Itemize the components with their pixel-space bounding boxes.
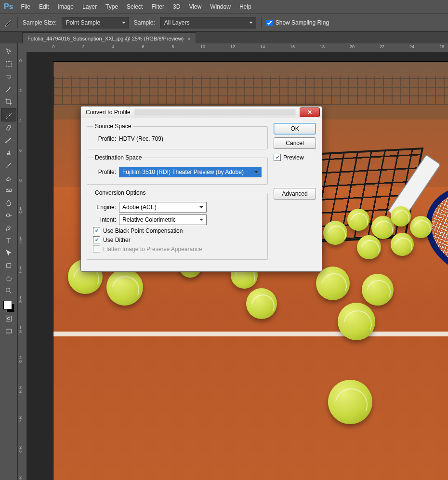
eyedropper-tool[interactable]	[1, 108, 16, 121]
tools-panel	[0, 43, 18, 480]
dialog-title-text: Convert to Profile	[86, 109, 131, 116]
lasso-tool[interactable]	[1, 70, 16, 83]
check-icon	[93, 227, 100, 234]
show-sampling-ring-input[interactable]	[266, 20, 273, 26]
svg-rect-0	[6, 62, 12, 67]
options-bar: Sample Size: Point Sample Sample: All La…	[0, 13, 448, 32]
screen-mode-tool[interactable]	[1, 325, 16, 337]
eraser-tool[interactable]	[1, 172, 16, 184]
engine-dropdown[interactable]: Adobe (ACE)	[119, 202, 207, 213]
menu-window[interactable]: Window	[206, 1, 235, 12]
gradient-tool[interactable]	[1, 184, 16, 197]
preview-label: Preview	[283, 154, 304, 161]
svg-point-5	[6, 288, 10, 292]
svg-rect-8	[6, 329, 12, 333]
destination-profile-dropdown[interactable]: Fujifilm 3510 (RDI) Theater Preview (by …	[119, 167, 262, 177]
source-space-group: Source Space Profile: HDTV (Rec. 709)	[87, 123, 268, 149]
engine-label: Engine:	[93, 204, 116, 211]
separator	[261, 17, 262, 28]
dodge-tool[interactable]	[1, 209, 16, 222]
convert-to-profile-dialog: Convert to Profile ✕ Source Space Profil…	[80, 106, 322, 272]
dither-checkbox[interactable]: Use Dither	[93, 236, 262, 243]
destination-profile-value: Fujifilm 3510 (RDI) Theater Preview (by …	[122, 169, 244, 175]
menu-image[interactable]: Image	[54, 1, 78, 12]
vertical-ruler: 0246810121416182022242628	[18, 43, 27, 480]
hand-tool[interactable]	[1, 272, 16, 284]
sample-size-label: Sample Size:	[23, 19, 57, 26]
zoom-tool[interactable]	[1, 284, 16, 297]
menu-file[interactable]: File	[17, 1, 34, 12]
marquee-tool[interactable]	[1, 58, 16, 70]
move-tool[interactable]	[1, 45, 16, 58]
conversion-options-group: Conversion Options Engine: Adobe (ACE) I…	[87, 189, 268, 260]
quick-mask-tool[interactable]	[1, 312, 16, 325]
sample-dropdown[interactable]: All Layers	[160, 17, 256, 28]
svg-point-7	[7, 317, 10, 320]
shape-tool[interactable]	[1, 259, 16, 272]
healing-tool[interactable]	[1, 121, 16, 134]
blur-tool[interactable]	[1, 197, 16, 209]
document-tab-title: Fotolia_44794016_Subscription_XXL.jpg @ …	[27, 36, 184, 41]
dialog-titlebar[interactable]: Convert to Profile ✕	[81, 107, 322, 118]
svg-rect-4	[6, 263, 11, 267]
menu-bar: Ps File Edit Image Layer Type Select Fil…	[0, 0, 448, 13]
destination-space-group: Destination Space Profile: Fujifilm 3510…	[87, 154, 268, 185]
preview-checkbox[interactable]: Preview	[274, 154, 316, 161]
destination-space-legend: Destination Space	[93, 154, 144, 161]
svg-rect-1	[6, 125, 11, 131]
sample-value: All Layers	[164, 19, 190, 26]
intent-dropdown[interactable]: Relative Colorimetric	[119, 214, 207, 225]
pen-tool[interactable]	[1, 222, 16, 234]
app-logo: Ps	[4, 2, 13, 11]
svg-point-3	[6, 214, 10, 217]
advanced-button[interactable]: Advanced	[274, 188, 316, 200]
magic-wand-tool[interactable]	[1, 83, 16, 95]
sample-label: Sample:	[134, 19, 155, 26]
menu-help[interactable]: Help	[236, 1, 255, 12]
check-icon	[274, 154, 281, 161]
menu-layer[interactable]: Layer	[79, 1, 101, 12]
separator	[17, 17, 18, 28]
black-point-label: Use Black Point Compensation	[103, 227, 183, 234]
sample-size-value: Point Sample	[66, 19, 100, 26]
menu-select[interactable]: Select	[123, 1, 146, 12]
document-tab-strip: Fotolia_44794016_Subscription_XXL.jpg @ …	[0, 32, 448, 44]
dialog-title-blur	[134, 109, 296, 116]
flatten-checkbox: Flatten Image to Preserve Appearance	[93, 245, 262, 253]
show-sampling-ring-checkbox[interactable]: Show Sampling Ring	[266, 19, 329, 26]
cancel-button[interactable]: Cancel	[274, 137, 316, 149]
ok-button[interactable]: OK	[274, 123, 316, 134]
clone-stamp-tool[interactable]	[1, 147, 16, 159]
source-profile-value: HDTV (Rec. 709)	[119, 135, 163, 142]
black-point-checkbox[interactable]: Use Black Point Compensation	[93, 227, 262, 234]
check-icon	[93, 236, 100, 243]
canvas-area[interactable]: 0246810121416182022242628 02468101214161…	[18, 43, 448, 480]
menu-filter[interactable]: Filter	[147, 1, 168, 12]
type-tool[interactable]	[1, 234, 16, 247]
dither-label: Use Dither	[103, 237, 131, 243]
destination-profile-label: Profile:	[93, 169, 116, 175]
path-select-tool[interactable]	[1, 247, 16, 259]
workspace: 0246810121416182022242628 02468101214161…	[0, 43, 448, 480]
history-brush-tool[interactable]	[1, 159, 16, 172]
brush-tool[interactable]	[1, 134, 16, 147]
menu-type[interactable]: Type	[102, 1, 122, 12]
intent-value: Relative Colorimetric	[122, 216, 176, 223]
tool-preset-icon[interactable]	[4, 18, 13, 27]
horizontal-ruler: 02468101214161820222426	[26, 43, 448, 53]
flatten-label: Flatten Image to Preserve Appearance	[103, 246, 202, 253]
document-tab[interactable]: Fotolia_44794016_Subscription_XXL.jpg @ …	[22, 32, 196, 44]
dialog-close-button[interactable]: ✕	[300, 107, 320, 117]
close-tab-icon[interactable]: ×	[187, 36, 190, 41]
menu-edit[interactable]: Edit	[35, 1, 53, 12]
source-space-legend: Source Space	[93, 123, 133, 130]
crop-tool[interactable]	[1, 95, 16, 108]
menu-3d[interactable]: 3D	[169, 1, 184, 12]
svg-rect-6	[6, 316, 12, 321]
menu-view[interactable]: View	[185, 1, 205, 12]
conversion-options-legend: Conversion Options	[93, 189, 147, 196]
engine-value: Adobe (ACE)	[122, 204, 157, 211]
color-swatches[interactable]	[2, 300, 15, 312]
sample-size-dropdown[interactable]: Point Sample	[62, 17, 129, 28]
show-sampling-ring-label: Show Sampling Ring	[276, 19, 329, 26]
